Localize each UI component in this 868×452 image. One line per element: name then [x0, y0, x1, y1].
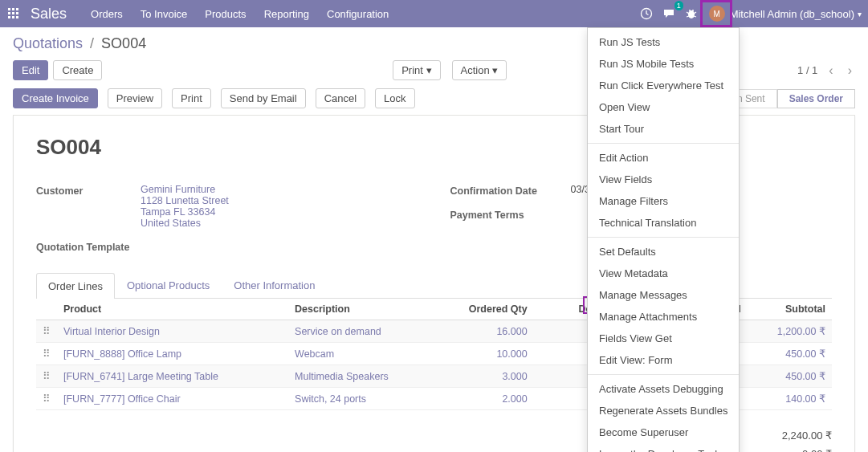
messages-icon[interactable]: 1: [658, 2, 680, 25]
create-invoice-button[interactable]: Create Invoice: [13, 88, 98, 108]
print2-button[interactable]: Print: [172, 88, 211, 108]
debug-item-manage-messages[interactable]: Manage Messages: [588, 284, 739, 306]
cell-product[interactable]: Virtual Interior Design: [57, 320, 288, 343]
debug-icon[interactable]: [680, 2, 703, 25]
svg-rect-2: [16, 8, 18, 10]
caret-down-icon: ▾: [426, 64, 432, 76]
drag-handle-icon[interactable]: ⠿: [36, 365, 57, 388]
preview-button[interactable]: Preview: [108, 88, 162, 108]
breadcrumb-current: SO004: [101, 35, 146, 51]
print-button[interactable]: Print ▾: [393, 60, 440, 80]
svg-rect-7: [12, 16, 14, 18]
svg-line-13: [687, 16, 689, 17]
avatar-icon: M: [709, 6, 725, 22]
cell-subtotal: 1,200.00 ₹: [748, 320, 832, 343]
pager-next[interactable]: ›: [845, 63, 855, 78]
navbar: Sales Orders To Invoice Products Reporti…: [0, 0, 868, 27]
cell-product[interactable]: [FURN_8888] Office Lamp: [57, 343, 288, 365]
debug-item-regenerate-assets-bundles[interactable]: Regenerate Assets Bundles: [588, 400, 739, 421]
caret-down-icon: ▾: [858, 10, 862, 18]
svg-line-14: [694, 16, 696, 17]
breadcrumb-sep: /: [90, 35, 94, 51]
breadcrumb-root[interactable]: Quotations: [13, 35, 83, 51]
user-label: Mitchell Admin (db_school): [730, 8, 854, 20]
debug-item-fields-view-get[interactable]: Fields View Get: [588, 328, 739, 349]
debug-item-edit-action[interactable]: Edit Action: [588, 147, 739, 169]
debug-dropdown: Run JS TestsRun JS Mobile TestsRun Click…: [587, 27, 740, 452]
divider: [588, 143, 739, 144]
divider: [588, 374, 739, 375]
debug-item-view-metadata[interactable]: View Metadata: [588, 263, 739, 284]
cell-product[interactable]: [FURN_6741] Large Meeting Table: [57, 365, 288, 388]
send-email-button[interactable]: Send by Email: [221, 88, 306, 108]
svg-point-10: [688, 10, 695, 18]
caret-down-icon: ▾: [492, 64, 498, 76]
template-label: Quotation Template: [36, 240, 141, 253]
cell-product[interactable]: [FURN_7777] Office Chair: [57, 388, 288, 410]
debug-item-edit-view-form[interactable]: Edit View: Form: [588, 349, 739, 371]
debug-item-run-click-everywhere-test[interactable]: Run Click Everywhere Test: [588, 75, 739, 96]
app-brand[interactable]: Sales: [31, 6, 67, 22]
lock-button[interactable]: Lock: [375, 88, 414, 108]
debug-item-activate-assets-debugging[interactable]: Activate Assets Debugging: [588, 378, 739, 400]
col-subtotal[interactable]: Subtotal: [748, 299, 832, 320]
debug-item-technical-translation[interactable]: Technical Translation: [588, 212, 739, 234]
svg-line-11: [687, 12, 689, 14]
debug-item-run-js-tests[interactable]: Run JS Tests: [588, 31, 739, 53]
debug-item-open-view[interactable]: Open View: [588, 96, 739, 118]
cell-desc[interactable]: Multimedia Speakers: [288, 365, 435, 388]
breadcrumb: Quotations / SO004: [13, 35, 146, 52]
user-menu[interactable]: M Mitchell Admin (db_school) ▾: [709, 6, 862, 22]
pager-text: 1 / 1: [797, 64, 817, 76]
status-sales-order[interactable]: Sales Order: [777, 89, 855, 108]
action-button[interactable]: Action ▾: [452, 60, 507, 80]
col-handle: [36, 299, 57, 320]
nav-reporting[interactable]: Reporting: [264, 8, 309, 20]
payment-label: Payment Terms: [450, 208, 571, 221]
nav-orders[interactable]: Orders: [91, 8, 123, 20]
svg-rect-1: [12, 8, 14, 10]
edit-button[interactable]: Edit: [13, 60, 48, 80]
debug-item-set-defaults[interactable]: Set Defaults: [588, 241, 739, 263]
col-desc[interactable]: Description: [288, 299, 435, 320]
tab-order-lines[interactable]: Order Lines: [36, 273, 115, 299]
untaxed-value: 2,240.00 ₹: [782, 430, 832, 442]
clock-icon[interactable]: [635, 2, 658, 25]
svg-rect-3: [8, 12, 10, 14]
nav-to-invoice[interactable]: To Invoice: [141, 8, 188, 20]
create-button[interactable]: Create: [53, 60, 102, 80]
drag-handle-icon[interactable]: ⠿: [36, 343, 57, 365]
tab-optional[interactable]: Optional Products: [115, 272, 222, 298]
svg-line-12: [694, 12, 696, 14]
col-product[interactable]: Product: [57, 299, 288, 320]
cell-desc[interactable]: Webcam: [288, 343, 435, 365]
debug-item-become-superuser[interactable]: Become Superuser: [588, 421, 739, 443]
cell-desc[interactable]: Switch, 24 ports: [288, 388, 435, 410]
drag-handle-icon[interactable]: ⠿: [36, 388, 57, 410]
svg-point-15: [689, 10, 691, 11]
cell-subtotal: 450.00 ₹: [748, 365, 832, 388]
svg-rect-4: [12, 12, 14, 14]
debug-item-view-fields[interactable]: View Fields: [588, 169, 739, 190]
svg-rect-5: [16, 12, 18, 14]
cell-ordered: 3.000: [435, 365, 534, 388]
cell-subtotal: 140.00 ₹: [748, 388, 832, 410]
debug-item-start-tour[interactable]: Start Tour: [588, 118, 739, 140]
apps-icon[interactable]: [6, 6, 21, 21]
cell-ordered: 10.000: [435, 343, 534, 365]
debug-item-leave-the-developer-tools[interactable]: Leave the Developer Tools: [588, 443, 739, 452]
pager-prev[interactable]: ‹: [825, 63, 836, 78]
customer-value[interactable]: Gemini Furniture 1128 Lunetta Street Tam…: [141, 184, 418, 229]
nav-products[interactable]: Products: [205, 8, 246, 20]
nav-configuration[interactable]: Configuration: [327, 8, 389, 20]
tab-other[interactable]: Other Information: [222, 272, 327, 298]
debug-item-run-js-mobile-tests[interactable]: Run JS Mobile Tests: [588, 53, 739, 75]
cell-desc[interactable]: Service on demand: [288, 320, 435, 343]
drag-handle-icon[interactable]: ⠿: [36, 320, 57, 343]
col-ordered[interactable]: Ordered Qty: [435, 299, 534, 320]
svg-point-16: [692, 10, 694, 11]
debug-item-manage-filters[interactable]: Manage Filters: [588, 190, 739, 212]
cancel-button[interactable]: Cancel: [316, 88, 365, 108]
cell-subtotal: 450.00 ₹: [748, 343, 832, 365]
debug-item-manage-attachments[interactable]: Manage Attachments: [588, 306, 739, 328]
